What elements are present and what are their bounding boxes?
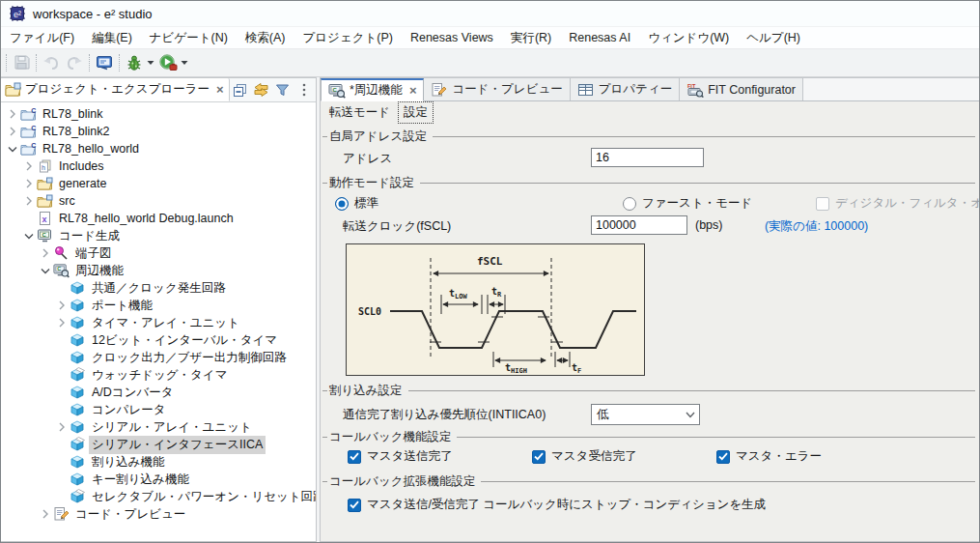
checkbox-checked-icon[interactable] bbox=[348, 499, 361, 512]
dropdown-caret-icon[interactable] bbox=[146, 51, 154, 74]
peripheral-view-icon: C bbox=[328, 83, 346, 99]
menu-item[interactable]: ヘルプ(H) bbox=[738, 27, 809, 48]
editor-tab[interactable]: FITFIT Configurator bbox=[680, 78, 803, 100]
menu-item[interactable]: 検索(A) bbox=[237, 27, 294, 48]
chevron-collapsed-icon[interactable] bbox=[38, 245, 53, 261]
chevron-collapsed-icon[interactable] bbox=[5, 124, 20, 139]
tree-item[interactable]: 12ビット・インターバル・タイマ bbox=[1, 331, 316, 349]
chevron-collapsed-icon[interactable] bbox=[54, 419, 70, 435]
svg-text:h: h bbox=[42, 164, 45, 171]
chevron-collapsed-icon[interactable] bbox=[54, 315, 70, 330]
checkbox-checked-icon[interactable] bbox=[532, 450, 546, 464]
checkbox-checked-icon[interactable] bbox=[348, 450, 361, 464]
tree-item[interactable]: タイマ・アレイ・ユニット bbox=[1, 314, 316, 331]
sub-tab[interactable]: 転送モード bbox=[324, 102, 395, 123]
view-menu-icon[interactable] bbox=[294, 80, 315, 100]
callback-checkbox[interactable]: マスタ送信完了 bbox=[348, 448, 452, 465]
tree-item[interactable]: シリアル・アレイ・ユニット bbox=[1, 418, 316, 436]
chevron-down-icon[interactable] bbox=[682, 412, 699, 418]
cube-modified-icon bbox=[70, 367, 86, 383]
filter-icon[interactable] bbox=[272, 80, 294, 100]
close-icon[interactable]: × bbox=[216, 83, 224, 96]
window-title: workspace - e² studio bbox=[33, 7, 153, 21]
tree-item[interactable]: C周辺機能 bbox=[1, 262, 316, 279]
checkbox-label: マスタ・エラー bbox=[736, 448, 822, 465]
tree-item[interactable]: src bbox=[1, 192, 316, 210]
tree-item[interactable]: コード・プレビュー bbox=[1, 505, 316, 523]
editor-tab[interactable]: コード・プレビュー bbox=[424, 78, 570, 100]
menu-item[interactable]: ファイル(F) bbox=[1, 27, 83, 48]
tree-item[interactable]: generate bbox=[1, 175, 316, 192]
radio-off-icon[interactable] bbox=[623, 197, 636, 211]
tree-item[interactable]: CRL78_hello_world bbox=[1, 140, 316, 157]
sub-tab[interactable]: 設定 bbox=[399, 102, 433, 123]
menu-item[interactable]: ウィンドウ(W) bbox=[639, 27, 738, 48]
tree-item-label: シリアル・アレイ・ユニット bbox=[89, 418, 255, 437]
svg-text:e²: e² bbox=[14, 10, 21, 19]
chevron-collapsed-icon[interactable] bbox=[21, 158, 37, 174]
tree-item[interactable]: 共通／クロック発生回路 bbox=[1, 279, 316, 297]
svg-text:C: C bbox=[57, 266, 61, 272]
chevron-collapsed-icon[interactable] bbox=[21, 193, 37, 209]
tree-item[interactable]: シリアル・インタフェースIICA bbox=[1, 436, 316, 453]
chevron-expanded-icon[interactable] bbox=[38, 263, 53, 278]
tree-item[interactable]: xRL78_hello_world Debug.launch bbox=[1, 210, 316, 227]
collapse-all-icon[interactable] bbox=[230, 80, 251, 100]
source-folder-icon bbox=[37, 176, 53, 191]
editor-tab[interactable]: C*周辺機能× bbox=[321, 78, 424, 101]
menu-item[interactable]: プロジェクト(P) bbox=[294, 27, 402, 48]
menu-item[interactable]: Renesas Views bbox=[402, 27, 502, 48]
chevron-expanded-icon[interactable] bbox=[21, 228, 37, 243]
console-icon[interactable] bbox=[93, 51, 116, 74]
menu-item[interactable]: Renesas AI bbox=[560, 27, 639, 48]
tree-item[interactable]: キー割り込み機能 bbox=[1, 471, 316, 488]
tree-item[interactable]: ポート機能 bbox=[1, 297, 316, 314]
no-chevron bbox=[54, 402, 70, 417]
editor-sub-tab-bar: 転送モード設定 bbox=[321, 101, 979, 124]
tree-item[interactable]: ウォッチドッグ・タイマ bbox=[1, 366, 316, 384]
tree-item[interactable]: 端子図 bbox=[1, 244, 316, 262]
standard-mode-radio[interactable]: 標準 bbox=[335, 195, 378, 212]
editor-tab[interactable]: プロパティー bbox=[571, 78, 680, 100]
tree-item[interactable]: 割り込み機能 bbox=[1, 453, 316, 471]
tree-item[interactable]: hIncludes bbox=[1, 157, 316, 175]
tree-item[interactable]: クロック出力／ブザー出力制御回路 bbox=[1, 349, 316, 366]
menu-item[interactable]: ナビゲート(N) bbox=[141, 27, 237, 48]
svg-text:C: C bbox=[42, 232, 47, 238]
chevron-collapsed-icon[interactable] bbox=[21, 176, 37, 191]
dropdown-caret-icon[interactable] bbox=[180, 51, 188, 74]
fast-mode-radio[interactable]: ファースト・モード bbox=[623, 195, 752, 212]
svg-text:C: C bbox=[31, 125, 36, 131]
checkbox-checked-icon[interactable] bbox=[716, 450, 730, 464]
menu-item[interactable]: 実行(R) bbox=[502, 27, 560, 48]
tree-item-label: コード・プレビュー bbox=[72, 505, 188, 524]
chevron-collapsed-icon[interactable] bbox=[38, 506, 53, 522]
checkbox-label: マスタ送信/受信完了 コールバック時にストップ・コンディションを生成 bbox=[367, 497, 766, 513]
chevron-expanded-icon[interactable] bbox=[5, 141, 20, 157]
chevron-collapsed-icon[interactable] bbox=[54, 298, 70, 313]
scl-timing-diagram: SCL0 fSCL tLOW tR tHIGH tF bbox=[346, 243, 645, 376]
tree-item[interactable]: Cコード生成 bbox=[1, 227, 316, 244]
tree-item[interactable]: A/Dコンバータ bbox=[1, 384, 316, 401]
tree-item[interactable]: コンパレータ bbox=[1, 401, 316, 418]
priority-select[interactable]: 低 bbox=[591, 404, 700, 425]
link-with-editor-icon[interactable] bbox=[251, 80, 272, 100]
debug-icon[interactable] bbox=[123, 51, 146, 74]
callback-checkbox[interactable]: マスタ・エラー bbox=[716, 448, 822, 465]
run-icon[interactable] bbox=[156, 51, 180, 74]
close-icon[interactable]: × bbox=[409, 84, 417, 97]
clock-input[interactable] bbox=[591, 215, 687, 235]
chevron-collapsed-icon[interactable] bbox=[5, 106, 20, 122]
address-input[interactable] bbox=[591, 148, 704, 167]
tab-project-explorer[interactable]: プロジェクト・エクスプローラー × bbox=[1, 78, 230, 101]
radio-on-icon[interactable] bbox=[335, 197, 349, 211]
tree-item[interactable]: セレクタブル・パワーオン・リセット回路 bbox=[1, 488, 316, 505]
no-chevron bbox=[54, 489, 70, 504]
peripheral-settings-form: 自局アドレス設定 アドレス 動作モード設定 標準 bbox=[321, 124, 979, 541]
stop-condition-checkbox[interactable]: マスタ送信/受信完了 コールバック時にストップ・コンディションを生成 bbox=[348, 497, 766, 513]
tree-item[interactable]: CRL78_blink bbox=[1, 105, 316, 123]
menu-item[interactable]: 編集(E) bbox=[83, 27, 141, 48]
tree-item[interactable]: CRL78_blink2 bbox=[1, 123, 316, 140]
callback-checkbox[interactable]: マスタ受信完了 bbox=[532, 448, 636, 465]
tree-item-label: ウォッチドッグ・タイマ bbox=[89, 366, 230, 385]
